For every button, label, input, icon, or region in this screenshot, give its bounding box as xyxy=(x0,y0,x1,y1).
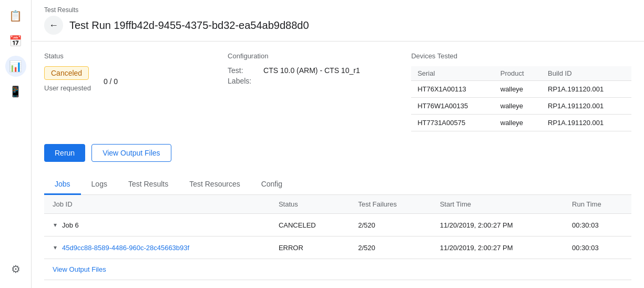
action-row: Rerun View Output Files xyxy=(44,144,631,162)
jobs-col-start-time: Start Time xyxy=(432,195,564,214)
device-row: HT76W1A00135 walleye RP1A.191120.001 xyxy=(411,98,631,115)
back-button[interactable]: ← xyxy=(44,16,63,35)
job-start-time: 11/20/2019, 2:00:27 PM xyxy=(432,214,564,236)
jobs-table: Job IDStatusTest FailuresStart TimeRun T… xyxy=(44,195,631,280)
config-labels-row: Labels: xyxy=(228,77,411,85)
sidebar: 📋 📅 📊 📱 ⚙ xyxy=(0,0,32,288)
sidebar-icon-calendar[interactable]: 📅 xyxy=(5,30,26,52)
job-row: ▾ 45d9cc88-8589-4486-960c-28c45663b93f E… xyxy=(44,236,631,259)
expand-button[interactable]: ▾ xyxy=(53,220,58,230)
config-test-row: Test: CTS 10.0 (ARM) - CTS 10_r1 xyxy=(228,66,411,75)
page-title: Test Run 19ffb42d-9455-4375-bd32-ea54ab9… xyxy=(69,19,309,32)
device-row: HT76X1A00113 walleye RP1A.191120.001 xyxy=(411,81,631,98)
status-badge: Canceled xyxy=(44,66,89,80)
jobs-col-run-time: Run Time xyxy=(564,195,631,214)
device-product: walleye xyxy=(494,98,541,115)
page-header: Test Results ← Test Run 19ffb42d-9455-43… xyxy=(32,0,644,42)
devices-col-buildid: Build ID xyxy=(541,66,631,81)
job-run-time: 00:30:03 xyxy=(564,214,631,236)
device-buildid: RP1A.191120.001 xyxy=(541,115,631,131)
progress-text: 0 / 0 xyxy=(104,77,118,86)
status-label: Status xyxy=(44,52,228,60)
sidebar-icon-phone[interactable]: 📱 xyxy=(5,81,26,102)
devices-table: Serial Product Build ID HT76X1A00113 wal… xyxy=(411,66,631,131)
device-serial: HT76X1A00113 xyxy=(411,81,494,98)
devices-col: Devices Tested Serial Product Build ID H… xyxy=(411,52,631,131)
jobs-col-test-failures: Test Failures xyxy=(350,195,432,214)
device-buildid: RP1A.191120.001 xyxy=(541,81,631,98)
job-start-time: 11/20/2019, 2:00:27 PM xyxy=(432,236,564,259)
main-content: Test Results ← Test Run 19ffb42d-9455-43… xyxy=(32,0,644,288)
expand-button[interactable]: ▾ xyxy=(53,243,58,252)
jobs-col-status: Status xyxy=(270,195,350,214)
devices-label: Devices Tested xyxy=(411,52,631,60)
device-buildid: RP1A.191120.001 xyxy=(541,98,631,115)
tab-test-resources[interactable]: Test Resources xyxy=(179,174,250,195)
device-serial: HT76W1A00135 xyxy=(411,98,494,115)
sidebar-icon-clipboard[interactable]: 📋 xyxy=(5,5,26,26)
device-row: HT7731A00575 walleye RP1A.191120.001 xyxy=(411,115,631,131)
device-serial: HT7731A00575 xyxy=(411,115,494,131)
devices-col-product: Product xyxy=(494,66,541,81)
tabs-bar: JobsLogsTest ResultsTest ResourcesConfig xyxy=(44,174,631,195)
job-id: Job 6 xyxy=(62,221,79,229)
jobs-col-job-id: Job ID xyxy=(44,195,270,214)
content-area: Status Canceled User requested 0 / 0 Con… xyxy=(32,42,644,288)
job-run-time: 00:30:03 xyxy=(564,236,631,259)
sub-job-id[interactable]: 45d9cc88-8589-4486-960c-28c45663b93f xyxy=(62,244,189,252)
job-id-cell: ▾ Job 6 xyxy=(44,214,270,236)
status-col: Status Canceled User requested 0 / 0 xyxy=(44,52,228,131)
status-sub: User requested xyxy=(44,84,91,92)
config-labels-key: Labels: xyxy=(228,77,259,85)
device-product: walleye xyxy=(494,81,541,98)
tab-jobs[interactable]: Jobs xyxy=(44,174,81,195)
title-row: ← Test Run 19ffb42d-9455-4375-bd32-ea54a… xyxy=(44,16,631,35)
tab-config[interactable]: Config xyxy=(251,174,293,195)
config-label: Configuration xyxy=(228,52,411,60)
config-col: Configuration Test: CTS 10.0 (ARM) - CTS… xyxy=(228,52,411,131)
breadcrumb: Test Results xyxy=(44,6,631,14)
rerun-button[interactable]: Rerun xyxy=(44,144,85,162)
tab-logs[interactable]: Logs xyxy=(81,174,118,195)
view-output-button[interactable]: View Output Files xyxy=(91,144,171,162)
sidebar-icon-settings[interactable]: ⚙ xyxy=(5,259,26,280)
tab-test-results[interactable]: Test Results xyxy=(118,174,179,195)
sidebar-icon-barchart[interactable]: 📊 xyxy=(5,56,26,77)
info-section: Status Canceled User requested 0 / 0 Con… xyxy=(44,52,631,131)
job-row: ▾ Job 6 CANCELED 2/520 11/20/2019, 2:00:… xyxy=(44,214,631,236)
device-product: walleye xyxy=(494,115,541,131)
back-icon: ← xyxy=(49,20,58,31)
job-status: CANCELED xyxy=(270,214,350,236)
view-output-row: View Output Files xyxy=(44,259,631,280)
config-test-key: Test: xyxy=(228,66,259,75)
config-test-val: CTS 10.0 (ARM) - CTS 10_r1 xyxy=(263,66,360,75)
view-output-files-link[interactable]: View Output Files xyxy=(53,265,106,273)
job-status: ERROR xyxy=(270,236,350,259)
job-test-failures: 2/520 xyxy=(350,236,432,259)
job-id-cell: ▾ 45d9cc88-8589-4486-960c-28c45663b93f xyxy=(44,236,270,259)
job-test-failures: 2/520 xyxy=(350,214,432,236)
devices-col-serial: Serial xyxy=(411,66,494,81)
